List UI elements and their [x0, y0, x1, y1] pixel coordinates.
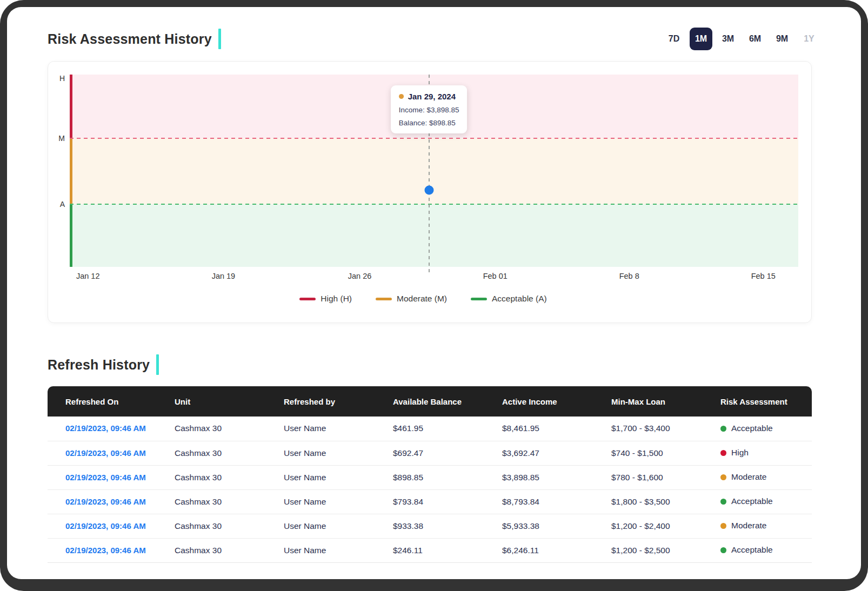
acceptable-risk-band: [70, 204, 798, 267]
unit-cell: Cashmax 30: [157, 538, 266, 562]
refreshed-by-cell: User Name: [266, 538, 375, 562]
risk-assessment-badge: High: [720, 448, 749, 458]
refreshed-by-cell: User Name: [266, 441, 375, 465]
chart-legend: High (H) Moderate (M) Acceptable (A): [48, 294, 798, 304]
y-label-acceptable: A: [60, 200, 65, 209]
tooltip-dot-icon: [399, 94, 404, 99]
risk-assessment-badge: Acceptable: [720, 496, 773, 506]
refresh-section-header: Refresh History: [48, 354, 820, 375]
tooltip-income: Income: $3,898.85: [399, 106, 459, 114]
available-balance-cell: $246.11: [375, 538, 484, 562]
range-button-1y[interactable]: 1Y: [798, 28, 820, 50]
table-row: 02/19/2023, 09:46 AM Cashmax 30 User Nam…: [48, 489, 812, 514]
header-available-balance: Available Balance: [375, 386, 484, 417]
risk-label: Moderate: [731, 472, 766, 482]
risk-section-title: Risk Assessment History: [48, 31, 212, 47]
range-button-1m[interactable]: 1M: [690, 28, 712, 50]
risk-label: High: [731, 448, 749, 458]
range-button-3m[interactable]: 3M: [717, 28, 739, 50]
range-button-9m[interactable]: 9M: [771, 28, 793, 50]
risk-section-header: Risk Assessment History 7D 1M 3M 6M 9M 1…: [48, 28, 820, 50]
min-max-loan-cell: $740 - $1,500: [593, 441, 703, 465]
legend-item-moderate[interactable]: Moderate (M): [376, 294, 447, 304]
status-dot-icon: [720, 474, 726, 480]
y-axis-segment-high: [70, 75, 72, 138]
y-label-high: H: [59, 74, 65, 83]
title-accent-bar: [156, 354, 159, 375]
risk-plot: Jan 29, 2024 Income: $3,898.85 Balance: …: [70, 75, 798, 267]
min-max-loan-cell: $1,200 - $2,500: [593, 538, 703, 562]
available-balance-cell: $898.85: [375, 465, 484, 489]
high-legend-swatch-icon: [299, 298, 316, 300]
table-row: 02/19/2023, 09:46 AM Cashmax 30 User Nam…: [48, 514, 812, 538]
refreshed-on-link[interactable]: 02/19/2023, 09:46 AM: [65, 546, 146, 555]
refreshed-on-link[interactable]: 02/19/2023, 09:46 AM: [65, 497, 146, 506]
range-button-6m[interactable]: 6M: [744, 28, 766, 50]
selected-point-marker[interactable]: [424, 185, 433, 194]
risk-assessment-badge: Acceptable: [720, 545, 773, 555]
header-min-max-loan: Min-Max Loan: [593, 386, 703, 417]
x-axis-labels: Jan 12 Jan 19 Jan 26 Feb 01 Feb 8 Feb 15: [70, 267, 798, 284]
moderate-risk-band: [70, 138, 798, 204]
active-income-cell: $8,461.95: [484, 417, 593, 441]
y-label-moderate: M: [58, 134, 65, 143]
active-income-cell: $3,692.47: [484, 441, 593, 465]
min-max-loan-cell: $1,200 - $2,400: [593, 514, 703, 538]
available-balance-cell: $793.84: [375, 489, 484, 514]
range-button-7d[interactable]: 7D: [663, 28, 685, 50]
status-dot-icon: [720, 450, 726, 456]
risk-label: Acceptable: [731, 496, 773, 506]
tooltip-balance: Balance: $898.85: [399, 119, 459, 127]
active-income-cell: $6,246.11: [484, 538, 593, 562]
moderate-legend-swatch-icon: [376, 298, 392, 300]
legend-item-high[interactable]: High (H): [299, 294, 352, 304]
min-max-loan-cell: $1,700 - $3,400: [593, 417, 703, 441]
device-frame: Risk Assessment History 7D 1M 3M 6M 9M 1…: [0, 0, 868, 591]
unit-cell: Cashmax 30: [157, 417, 266, 441]
min-max-loan-cell: $780 - $1,600: [593, 465, 703, 489]
active-income-cell: $5,933.38: [484, 514, 593, 538]
refresh-history-table: Refreshed On Unit Refreshed by Available…: [48, 386, 812, 563]
refreshed-on-link[interactable]: 02/19/2023, 09:46 AM: [65, 448, 146, 458]
status-dot-icon: [720, 499, 726, 505]
refreshed-on-link[interactable]: 02/19/2023, 09:46 AM: [65, 521, 146, 530]
x-tick: Feb 15: [751, 272, 776, 280]
table-row: 02/19/2023, 09:46 AM Cashmax 30 User Nam…: [48, 465, 812, 489]
header-risk-assessment: Risk Assessment: [703, 386, 812, 417]
legend-item-acceptable[interactable]: Acceptable (A): [471, 294, 547, 304]
risk-label: Acceptable: [731, 545, 773, 555]
refreshed-on-link[interactable]: 02/19/2023, 09:46 AM: [65, 473, 146, 482]
x-tick: Jan 26: [348, 272, 372, 280]
risk-label: Moderate: [731, 521, 766, 530]
refreshed-by-cell: User Name: [266, 417, 375, 441]
available-balance-cell: $692.47: [375, 441, 484, 465]
unit-cell: Cashmax 30: [157, 441, 266, 465]
refreshed-by-cell: User Name: [266, 465, 375, 489]
unit-cell: Cashmax 30: [157, 514, 266, 538]
risk-assessment-badge: Moderate: [720, 521, 766, 530]
header-active-income: Active Income: [484, 386, 593, 417]
moderate-threshold-line: [70, 138, 798, 139]
x-tick: Feb 01: [483, 272, 508, 280]
refreshed-by-cell: User Name: [266, 489, 375, 514]
min-max-loan-cell: $1,800 - $3,500: [593, 489, 703, 514]
status-dot-icon: [720, 547, 726, 553]
table-row: 02/19/2023, 09:46 AM Cashmax 30 User Nam…: [48, 417, 812, 441]
risk-assessment-badge: Acceptable: [720, 424, 773, 433]
time-range-selector: 7D 1M 3M 6M 9M 1Y: [663, 28, 820, 50]
status-dot-icon: [720, 523, 726, 529]
refreshed-on-link[interactable]: 02/19/2023, 09:46 AM: [65, 424, 146, 433]
available-balance-cell: $933.38: [375, 514, 484, 538]
status-dot-icon: [720, 426, 726, 432]
y-axis-labels: H M A: [48, 75, 70, 267]
header-refreshed-by: Refreshed by: [266, 386, 375, 417]
chart-tooltip: Jan 29, 2024 Income: $3,898.85 Balance: …: [391, 85, 468, 133]
table-header-row: Refreshed On Unit Refreshed by Available…: [48, 386, 812, 417]
refreshed-by-cell: User Name: [266, 514, 375, 538]
risk-label: Acceptable: [731, 424, 773, 433]
risk-chart-card: H M A: [48, 61, 812, 323]
tooltip-date: Jan 29, 2024: [408, 92, 456, 101]
y-axis-segment-moderate: [70, 138, 72, 204]
header-unit: Unit: [157, 386, 266, 417]
unit-cell: Cashmax 30: [157, 489, 266, 514]
